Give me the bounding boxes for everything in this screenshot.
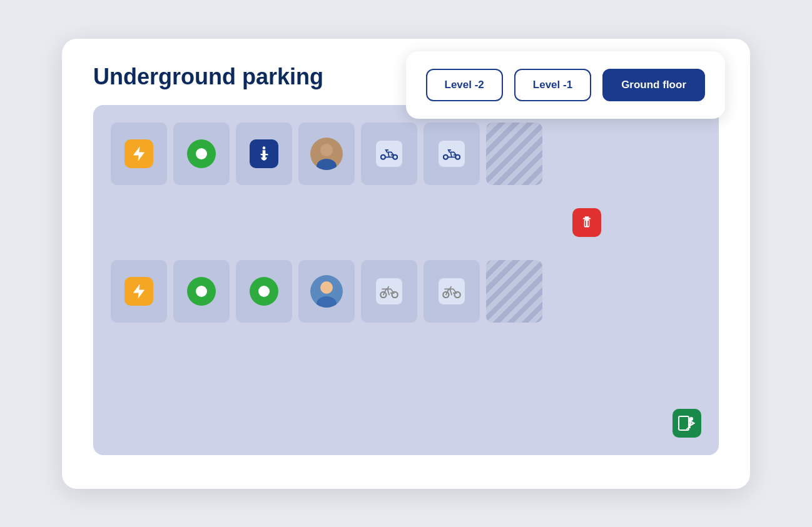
available-icon-2 <box>187 277 216 306</box>
top-spot-row <box>111 123 701 185</box>
exit-sign-container <box>672 409 701 438</box>
bike-icon-2 <box>439 278 465 304</box>
svg-point-18 <box>689 417 693 421</box>
spot-t3[interactable] <box>236 123 292 185</box>
spot-b6[interactable] <box>424 260 480 323</box>
handicap-icon <box>250 139 278 168</box>
moto-icon-1 <box>376 141 402 167</box>
spot-t4[interactable] <box>298 123 355 185</box>
bottom-spot-row <box>111 260 701 323</box>
level-minus1-button[interactable]: Level -1 <box>514 69 591 101</box>
avatar-man <box>310 138 343 170</box>
svg-point-4 <box>381 154 385 159</box>
parking-map <box>93 105 719 455</box>
level-minus2-button[interactable]: Level -2 <box>426 69 503 101</box>
svg-point-11 <box>320 281 333 294</box>
spot-b7-hatch <box>486 260 542 323</box>
spot-b1[interactable] <box>111 260 167 323</box>
spot-t7-hatch <box>486 123 542 185</box>
spot-t2[interactable] <box>173 123 230 185</box>
available-icon-3 <box>250 277 278 306</box>
bike-icon-1 <box>376 278 402 304</box>
spot-t5[interactable] <box>361 123 417 185</box>
svg-point-9 <box>586 217 587 219</box>
svg-rect-8 <box>584 219 590 227</box>
spot-b2[interactable] <box>173 260 230 323</box>
spot-b5[interactable] <box>361 260 417 323</box>
fire-extinguisher-container <box>572 208 601 237</box>
ground-floor-button[interactable]: Ground floor <box>602 69 705 101</box>
svg-point-5 <box>393 154 397 159</box>
available-icon <box>187 139 216 168</box>
drive-lane <box>111 185 701 260</box>
level-selector-card: Level -2 Level -1 Ground floor <box>406 51 726 119</box>
spot-b4[interactable] <box>298 260 355 323</box>
main-card: Underground parking Level -2 Level -1 Gr… <box>62 39 750 489</box>
spot-t6[interactable] <box>424 123 480 185</box>
spot-t1[interactable] <box>111 123 167 185</box>
svg-point-6 <box>444 154 448 159</box>
avatar-woman <box>310 275 343 308</box>
svg-point-2 <box>320 144 333 156</box>
ev-icon-2 <box>124 277 153 306</box>
svg-point-0 <box>263 146 266 149</box>
ev-icon <box>124 139 153 168</box>
fire-extinguisher-icon <box>572 208 601 237</box>
svg-point-7 <box>455 154 460 159</box>
exit-icon <box>672 409 701 438</box>
moto-icon-2 <box>439 141 465 167</box>
spot-b3[interactable] <box>236 260 292 323</box>
